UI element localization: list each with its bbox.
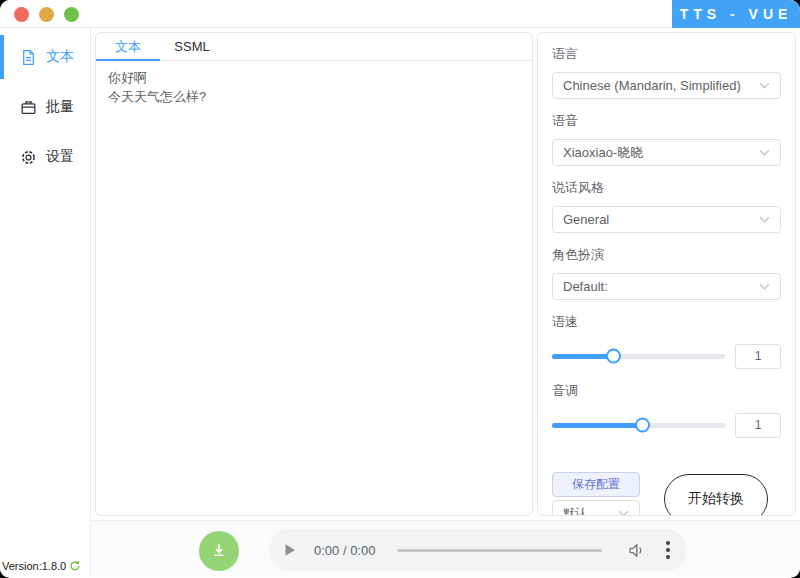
role-label: 角色扮演 bbox=[552, 246, 781, 264]
speed-slider[interactable] bbox=[552, 354, 725, 359]
role-select[interactable]: Default: bbox=[552, 273, 781, 300]
sidebar-item-batch[interactable]: 批量 bbox=[0, 82, 90, 132]
text-line: 今天天气怎么样? bbox=[108, 87, 520, 106]
audio-player: 0:00 / 0:00 bbox=[269, 529, 687, 571]
chevron-down-icon bbox=[759, 283, 770, 290]
chevron-down-icon bbox=[759, 82, 770, 89]
config-value: 默认 bbox=[563, 505, 618, 517]
seek-bar[interactable] bbox=[397, 549, 602, 552]
text-input-area[interactable]: 你好啊 今天天气怎么样? bbox=[96, 61, 532, 515]
role-value: Default: bbox=[563, 279, 759, 294]
sidebar-item-label: 批量 bbox=[46, 98, 74, 116]
download-icon bbox=[211, 542, 227, 561]
config-select[interactable]: 默认 bbox=[552, 500, 640, 516]
play-button[interactable] bbox=[284, 543, 296, 557]
sidebar: 文本 批量 设置 Version:1.8.0 bbox=[0, 28, 91, 577]
save-config-button[interactable]: 保存配置 bbox=[552, 472, 640, 497]
language-label: 语言 bbox=[552, 45, 781, 63]
speed-slider-handle[interactable] bbox=[606, 349, 621, 364]
speed-label: 语速 bbox=[552, 313, 781, 331]
tab-ssml[interactable]: SSML bbox=[160, 33, 224, 60]
style-value: General bbox=[563, 212, 759, 227]
version-text: Version:1.8.0 bbox=[2, 560, 81, 572]
traffic-lights bbox=[14, 7, 79, 22]
gear-icon bbox=[20, 149, 37, 166]
style-label: 说话风格 bbox=[552, 179, 781, 197]
voice-label: 语音 bbox=[552, 112, 781, 130]
close-button[interactable] bbox=[14, 7, 29, 22]
pitch-slider[interactable] bbox=[552, 423, 725, 428]
sidebar-item-label: 文本 bbox=[46, 48, 74, 66]
refresh-icon[interactable] bbox=[69, 560, 81, 572]
titlebar: TTS - VUE bbox=[0, 0, 800, 28]
language-value: Chinese (Mandarin, Simplified) bbox=[563, 78, 759, 93]
tab-text[interactable]: 文本 bbox=[96, 33, 160, 60]
sidebar-item-label: 设置 bbox=[46, 148, 74, 166]
chevron-down-icon bbox=[759, 149, 770, 156]
pitch-input[interactable] bbox=[735, 413, 781, 438]
playback-time: 0:00 / 0:00 bbox=[314, 543, 375, 558]
speed-input[interactable] bbox=[735, 344, 781, 369]
app-window: TTS - VUE 文本 批量 设置 bbox=[0, 0, 800, 578]
editor-tabs: 文本 SSML bbox=[96, 33, 532, 61]
batch-box-icon bbox=[20, 99, 37, 116]
text-line: 你好啊 bbox=[108, 68, 520, 87]
sidebar-item-settings[interactable]: 设置 bbox=[0, 132, 90, 182]
chevron-down-icon bbox=[618, 510, 629, 517]
style-select[interactable]: General bbox=[552, 206, 781, 233]
voice-value: Xiaoxiao-晓晓 bbox=[563, 144, 759, 162]
language-select[interactable]: Chinese (Mandarin, Simplified) bbox=[552, 72, 781, 99]
sidebar-item-text[interactable]: 文本 bbox=[0, 32, 90, 82]
more-options-icon[interactable] bbox=[664, 539, 672, 561]
maximize-button[interactable] bbox=[64, 7, 79, 22]
document-icon bbox=[20, 49, 37, 66]
voice-select[interactable]: Xiaoxiao-晓晓 bbox=[552, 139, 781, 166]
text-editor-panel: 文本 SSML 你好啊 今天天气怎么样? bbox=[95, 32, 533, 516]
volume-icon[interactable] bbox=[628, 543, 647, 558]
start-conversion-button[interactable]: 开始转换 bbox=[664, 474, 768, 516]
pitch-label: 音调 bbox=[552, 382, 781, 400]
minimize-button[interactable] bbox=[39, 7, 54, 22]
app-logo: TTS - VUE bbox=[672, 0, 800, 28]
download-button[interactable] bbox=[199, 531, 239, 571]
pitch-slider-handle[interactable] bbox=[635, 418, 650, 433]
chevron-down-icon bbox=[759, 216, 770, 223]
settings-panel: 语言 Chinese (Mandarin, Simplified) 语音 Xia… bbox=[537, 32, 796, 516]
player-bar: 0:00 / 0:00 bbox=[91, 520, 800, 577]
